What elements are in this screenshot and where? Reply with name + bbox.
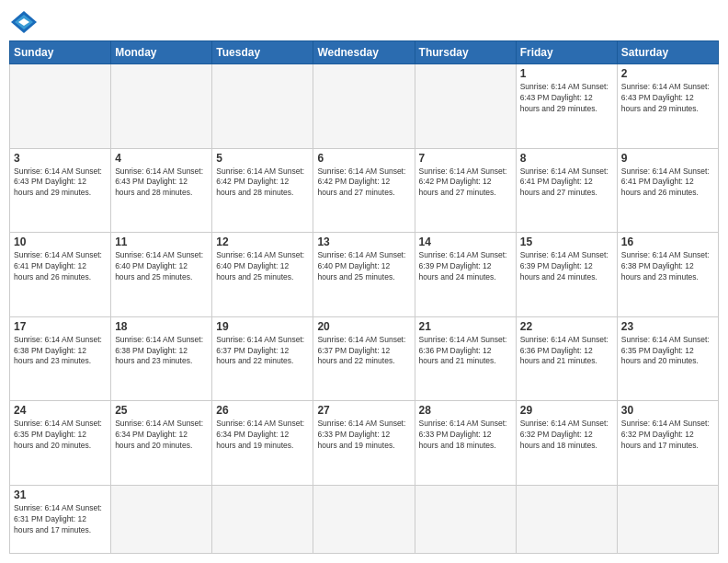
- calendar-cell: 7Sunrise: 6:14 AM Sunset: 6:42 PM Daylig…: [415, 148, 516, 233]
- day-number: 19: [216, 320, 309, 333]
- day-number: 6: [317, 152, 410, 165]
- day-info: Sunrise: 6:14 AM Sunset: 6:35 PM Dayligh…: [14, 419, 107, 452]
- calendar-cell: 1Sunrise: 6:14 AM Sunset: 6:43 PM Daylig…: [516, 64, 617, 149]
- calendar-cell: 9Sunrise: 6:14 AM Sunset: 6:41 PM Daylig…: [617, 148, 718, 233]
- day-info: Sunrise: 6:14 AM Sunset: 6:31 PM Dayligh…: [14, 503, 107, 536]
- calendar-cell: 2Sunrise: 6:14 AM Sunset: 6:43 PM Daylig…: [617, 64, 718, 149]
- calendar-cell: [516, 485, 617, 553]
- day-number: 28: [419, 404, 512, 417]
- day-number: 17: [14, 320, 107, 333]
- day-number: 30: [621, 404, 714, 417]
- day-info: Sunrise: 6:14 AM Sunset: 6:32 PM Dayligh…: [621, 419, 714, 452]
- day-info: Sunrise: 6:14 AM Sunset: 6:36 PM Dayligh…: [419, 335, 512, 368]
- day-number: 26: [216, 404, 309, 417]
- day-number: 1: [520, 67, 613, 80]
- day-number: 9: [621, 152, 714, 165]
- col-sunday: Sunday: [10, 41, 111, 64]
- day-info: Sunrise: 6:14 AM Sunset: 6:43 PM Dayligh…: [115, 167, 208, 200]
- day-info: Sunrise: 6:14 AM Sunset: 6:43 PM Dayligh…: [14, 167, 107, 200]
- day-info: Sunrise: 6:14 AM Sunset: 6:38 PM Dayligh…: [621, 250, 714, 283]
- calendar-cell: [415, 64, 516, 149]
- day-number: 7: [419, 152, 512, 165]
- calendar-cell: 6Sunrise: 6:14 AM Sunset: 6:42 PM Daylig…: [313, 148, 415, 233]
- day-info: Sunrise: 6:14 AM Sunset: 6:33 PM Dayligh…: [419, 419, 512, 452]
- calendar-cell: 23Sunrise: 6:14 AM Sunset: 6:35 PM Dayli…: [617, 316, 718, 401]
- calendar-cell: 13Sunrise: 6:14 AM Sunset: 6:40 PM Dayli…: [313, 233, 415, 317]
- day-info: Sunrise: 6:14 AM Sunset: 6:41 PM Dayligh…: [14, 250, 107, 283]
- day-number: 22: [520, 320, 613, 333]
- day-info: Sunrise: 6:14 AM Sunset: 6:40 PM Dayligh…: [115, 250, 208, 283]
- day-number: 27: [317, 404, 410, 417]
- calendar-cell: [415, 485, 516, 553]
- day-info: Sunrise: 6:14 AM Sunset: 6:34 PM Dayligh…: [115, 419, 208, 452]
- col-saturday: Saturday: [617, 41, 718, 64]
- calendar-cell: 16Sunrise: 6:14 AM Sunset: 6:38 PM Dayli…: [617, 233, 718, 317]
- calendar-cell: [111, 485, 212, 553]
- day-number: 15: [520, 236, 613, 248]
- calendar-cell: [313, 64, 415, 149]
- day-number: 16: [621, 236, 714, 248]
- day-info: Sunrise: 6:14 AM Sunset: 6:33 PM Dayligh…: [317, 419, 410, 452]
- day-number: 11: [115, 236, 208, 248]
- page: Sunday Monday Tuesday Wednesday Thursday…: [0, 0, 728, 563]
- header: [9, 9, 719, 35]
- day-number: 4: [115, 152, 208, 165]
- generalblue-icon: [9, 9, 39, 35]
- day-info: Sunrise: 6:14 AM Sunset: 6:38 PM Dayligh…: [115, 335, 208, 368]
- calendar-cell: 11Sunrise: 6:14 AM Sunset: 6:40 PM Dayli…: [111, 233, 212, 317]
- day-number: 10: [14, 236, 107, 248]
- calendar-cell: [10, 64, 111, 149]
- calendar-cell: 29Sunrise: 6:14 AM Sunset: 6:32 PM Dayli…: [516, 401, 617, 486]
- day-info: Sunrise: 6:14 AM Sunset: 6:40 PM Dayligh…: [216, 250, 309, 283]
- day-info: Sunrise: 6:14 AM Sunset: 6:39 PM Dayligh…: [520, 250, 613, 283]
- day-number: 31: [14, 488, 107, 501]
- calendar-cell: 25Sunrise: 6:14 AM Sunset: 6:34 PM Dayli…: [111, 401, 212, 486]
- day-number: 21: [419, 320, 512, 333]
- calendar-cell: 27Sunrise: 6:14 AM Sunset: 6:33 PM Dayli…: [313, 401, 415, 486]
- logo: [9, 9, 42, 35]
- day-info: Sunrise: 6:14 AM Sunset: 6:32 PM Dayligh…: [520, 419, 613, 452]
- day-number: 20: [317, 320, 410, 333]
- day-number: 18: [115, 320, 208, 333]
- calendar-cell: 4Sunrise: 6:14 AM Sunset: 6:43 PM Daylig…: [111, 148, 212, 233]
- day-number: 29: [520, 404, 613, 417]
- col-thursday: Thursday: [415, 41, 516, 64]
- day-number: 5: [216, 152, 309, 165]
- day-info: Sunrise: 6:14 AM Sunset: 6:43 PM Dayligh…: [520, 82, 613, 115]
- calendar-cell: 28Sunrise: 6:14 AM Sunset: 6:33 PM Dayli…: [415, 401, 516, 486]
- calendar-cell: 31Sunrise: 6:14 AM Sunset: 6:31 PM Dayli…: [10, 485, 111, 553]
- calendar-cell: 15Sunrise: 6:14 AM Sunset: 6:39 PM Dayli…: [516, 233, 617, 317]
- calendar-cell: 20Sunrise: 6:14 AM Sunset: 6:37 PM Dayli…: [313, 316, 415, 401]
- day-info: Sunrise: 6:14 AM Sunset: 6:39 PM Dayligh…: [419, 250, 512, 283]
- calendar-cell: 17Sunrise: 6:14 AM Sunset: 6:38 PM Dayli…: [10, 316, 111, 401]
- calendar-cell: 3Sunrise: 6:14 AM Sunset: 6:43 PM Daylig…: [10, 148, 111, 233]
- col-wednesday: Wednesday: [313, 41, 415, 64]
- day-info: Sunrise: 6:14 AM Sunset: 6:42 PM Dayligh…: [419, 167, 512, 200]
- day-number: 14: [419, 236, 512, 248]
- calendar-cell: 14Sunrise: 6:14 AM Sunset: 6:39 PM Dayli…: [415, 233, 516, 317]
- day-info: Sunrise: 6:14 AM Sunset: 6:37 PM Dayligh…: [317, 335, 410, 368]
- col-tuesday: Tuesday: [212, 41, 313, 64]
- col-friday: Friday: [516, 41, 617, 64]
- day-number: 25: [115, 404, 208, 417]
- day-info: Sunrise: 6:14 AM Sunset: 6:38 PM Dayligh…: [14, 335, 107, 368]
- calendar-cell: 12Sunrise: 6:14 AM Sunset: 6:40 PM Dayli…: [212, 233, 313, 317]
- day-info: Sunrise: 6:14 AM Sunset: 6:34 PM Dayligh…: [216, 419, 309, 452]
- day-number: 13: [317, 236, 410, 248]
- calendar-cell: 24Sunrise: 6:14 AM Sunset: 6:35 PM Dayli…: [10, 401, 111, 486]
- day-info: Sunrise: 6:14 AM Sunset: 6:37 PM Dayligh…: [216, 335, 309, 368]
- calendar-cell: [212, 64, 313, 149]
- calendar-cell: 22Sunrise: 6:14 AM Sunset: 6:36 PM Dayli…: [516, 316, 617, 401]
- day-number: 24: [14, 404, 107, 417]
- calendar-header-row: Sunday Monday Tuesday Wednesday Thursday…: [10, 41, 719, 64]
- day-number: 8: [520, 152, 613, 165]
- calendar-cell: 19Sunrise: 6:14 AM Sunset: 6:37 PM Dayli…: [212, 316, 313, 401]
- calendar-cell: [212, 485, 313, 553]
- day-info: Sunrise: 6:14 AM Sunset: 6:42 PM Dayligh…: [317, 167, 410, 200]
- day-number: 3: [14, 152, 107, 165]
- calendar-cell: [617, 485, 718, 553]
- calendar-cell: 26Sunrise: 6:14 AM Sunset: 6:34 PM Dayli…: [212, 401, 313, 486]
- day-info: Sunrise: 6:14 AM Sunset: 6:41 PM Dayligh…: [621, 167, 714, 200]
- calendar-cell: 5Sunrise: 6:14 AM Sunset: 6:42 PM Daylig…: [212, 148, 313, 233]
- calendar-cell: [313, 485, 415, 553]
